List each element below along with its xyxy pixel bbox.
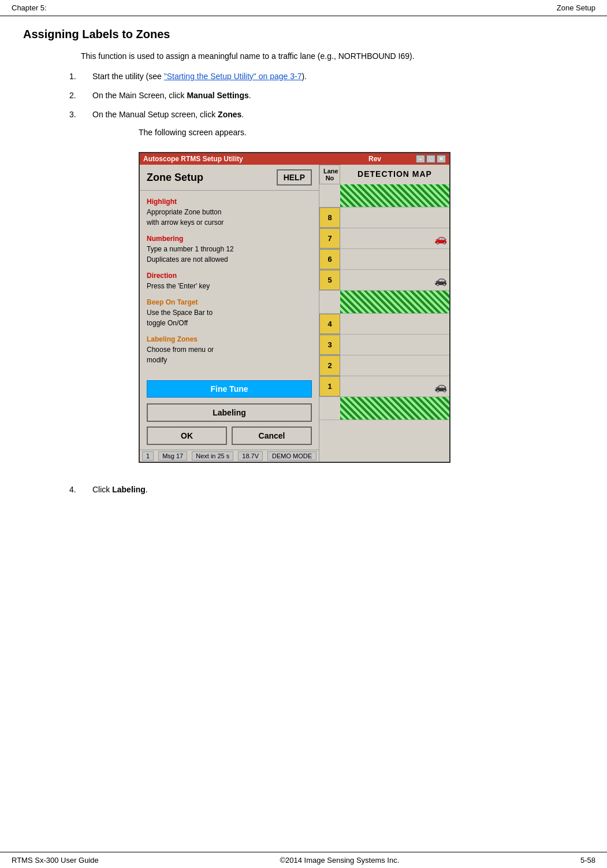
zone-num-1[interactable]: 1 xyxy=(319,376,340,396)
zone-row-3: 3 xyxy=(319,335,449,355)
detection-map-title: DETECTION MAP xyxy=(340,165,449,184)
zone-num-blank-bot xyxy=(319,397,340,420)
zone-setup-dialog: Autoscope RTMS Setup Utility Rev – □ ✕ xyxy=(139,152,450,463)
intro-text: This function is used to assign a meanin… xyxy=(81,50,584,62)
zone-setup-title: Zone Setup xyxy=(147,172,203,184)
zone-num-8[interactable]: 8 xyxy=(319,207,340,228)
zone-row-top-hatch xyxy=(319,184,449,207)
status-msg: Msg 17 xyxy=(158,451,187,461)
zone-row-7: 7 🚗 xyxy=(319,228,449,249)
zone-content-4 xyxy=(340,314,449,334)
zone-num-blank xyxy=(319,184,340,207)
section-title: Assigning Labels to Zones xyxy=(23,28,584,41)
zone-content-5: 🚗 xyxy=(340,270,449,290)
numbering-label: Numbering xyxy=(147,233,312,244)
screen-note: The following screen appears. xyxy=(139,128,584,137)
car-icon-5: 🚗 xyxy=(434,274,447,287)
zone-content-7: 🚗 xyxy=(340,228,449,248)
zone-content-mid-hatch xyxy=(340,291,449,313)
page-header: Chapter 5: Zone Setup xyxy=(0,0,607,16)
left-panel: Zone Setup HELP Highlight Appropriate Zo… xyxy=(140,165,319,462)
detection-map-body: 8 7 🚗 xyxy=(319,184,449,420)
beep-label: Beep On Target xyxy=(147,297,312,307)
right-panel: LaneNo DETECTION MAP xyxy=(319,165,449,462)
status-next: Next in 25 s xyxy=(192,451,233,461)
status-voltage: 18.7V xyxy=(238,451,263,461)
step-4: 4. Click Labeling. xyxy=(69,484,584,496)
ok-cancel-row: OK Cancel xyxy=(147,426,312,445)
zone-content-bottom-hatch xyxy=(340,397,449,420)
step-4-num: 4. xyxy=(69,484,92,496)
zone-content-3 xyxy=(340,335,449,355)
dialog-title: Autoscope RTMS Setup Utility xyxy=(143,155,243,163)
zone-num-3[interactable]: 3 xyxy=(319,335,340,355)
chapter-label: Chapter 5: xyxy=(12,3,47,12)
zone-content-top-hatch xyxy=(340,184,449,207)
section-label: Zone Setup xyxy=(557,3,595,12)
steps-list: 1. Start the utility (see "Starting the … xyxy=(69,71,584,496)
zone-content-6 xyxy=(340,249,449,269)
zone-content-8 xyxy=(340,207,449,228)
step-2: 2. On the Main Screen, click Manual Sett… xyxy=(69,90,584,102)
highlight-label: Highlight xyxy=(147,196,312,207)
zone-num-2[interactable]: 2 xyxy=(319,355,340,376)
detection-map-header: LaneNo DETECTION MAP xyxy=(319,165,449,184)
titlebar-buttons: – □ ✕ xyxy=(416,155,446,163)
step-4-text: Click Labeling. xyxy=(92,484,584,496)
zone-row-6: 6 xyxy=(319,249,449,270)
step-3-num: 3. xyxy=(69,109,92,121)
step-1: 1. Start the utility (see "Starting the … xyxy=(69,71,584,83)
restore-button[interactable]: □ xyxy=(426,155,435,163)
numbering-text: Type a number 1 through 12Duplicates are… xyxy=(147,244,312,265)
zone-num-blank-mid xyxy=(319,291,340,313)
cancel-button[interactable]: Cancel xyxy=(232,426,312,445)
zone-setup-header: Zone Setup HELP xyxy=(140,165,319,191)
step-1-text: Start the utility (see "Starting the Set… xyxy=(92,71,584,83)
zone-num-7[interactable]: 7 xyxy=(319,228,340,248)
instr-numbering: Numbering Type a number 1 through 12Dupl… xyxy=(147,233,312,265)
highlight-text: Appropriate Zone buttonwith arrow keys o… xyxy=(147,207,312,228)
help-button[interactable]: HELP xyxy=(277,169,312,186)
footer-center: ©2014 Image Sensing Systems Inc. xyxy=(280,856,399,865)
step-3: 3. On the Manual Setup screen, click Zon… xyxy=(69,109,584,121)
fine-tune-button[interactable]: Fine Tune xyxy=(147,380,312,398)
zone-row-2: 2 xyxy=(319,355,449,376)
footer-right: 5-58 xyxy=(580,856,595,865)
step-2-text: On the Main Screen, click Manual Setting… xyxy=(92,90,584,102)
direction-label: Direction xyxy=(147,270,312,281)
zone-row-5: 5 🚗 xyxy=(319,270,449,291)
labeling-button[interactable]: Labeling xyxy=(147,403,312,422)
close-button[interactable]: ✕ xyxy=(437,155,446,163)
main-content: Assigning Labels to Zones This function … xyxy=(0,16,607,514)
zone-content-2 xyxy=(340,355,449,376)
dialog-titlebar: Autoscope RTMS Setup Utility Rev – □ ✕ xyxy=(140,153,449,165)
step-2-num: 2. xyxy=(69,90,92,102)
car-icon-7: 🚗 xyxy=(434,232,447,245)
footer-left: RTMS Sx-300 User Guide xyxy=(12,856,99,865)
car-icon-1: 🚗 xyxy=(434,380,447,393)
minimize-button[interactable]: – xyxy=(416,155,425,163)
instr-beep: Beep On Target Use the Space Bar totoggl… xyxy=(147,297,312,328)
instructions-area: Highlight Appropriate Zone buttonwith ar… xyxy=(140,191,319,377)
dialog-rev: Rev xyxy=(368,155,381,163)
dialog-body: Zone Setup HELP Highlight Appropriate Zo… xyxy=(140,165,449,462)
zone-row-8: 8 xyxy=(319,207,449,228)
page-footer: RTMS Sx-300 User Guide ©2014 Image Sensi… xyxy=(0,852,607,868)
status-demo: DEMO MODE xyxy=(267,451,316,461)
zone-row-bottom-hatch xyxy=(319,397,449,420)
status-bar: 1 Msg 17 Next in 25 s 18.7V DEMO MODE xyxy=(140,450,319,462)
zone-num-4[interactable]: 4 xyxy=(319,314,340,334)
beep-text: Use the Space Bar totoggle On/Off xyxy=(147,307,312,328)
zone-row-mid-hatch xyxy=(319,291,449,314)
lane-no-box: LaneNo xyxy=(319,165,340,184)
labeling-zones-label: Labeling Zones xyxy=(147,334,312,344)
zone-row-4: 4 xyxy=(319,314,449,335)
zone-num-6[interactable]: 6 xyxy=(319,249,340,269)
direction-text: Press the 'Enter' key xyxy=(147,281,312,291)
labeling-zones-text: Choose from menu ormodify xyxy=(147,344,312,365)
ok-button[interactable]: OK xyxy=(147,426,227,445)
setup-utility-link[interactable]: "Starting the Setup Utility" on page 3-7 xyxy=(164,72,302,81)
instr-labeling: Labeling Zones Choose from menu ormodify xyxy=(147,334,312,365)
step-3-text: On the Manual Setup screen, click Zones. xyxy=(92,109,584,121)
zone-num-5[interactable]: 5 xyxy=(319,270,340,290)
